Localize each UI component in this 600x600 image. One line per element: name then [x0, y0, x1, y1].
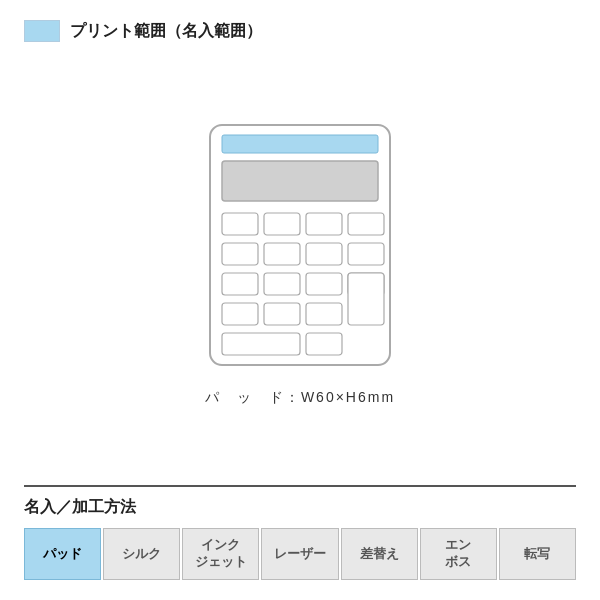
method-tab-transfer[interactable]: 転写: [499, 528, 576, 580]
svg-rect-10: [348, 243, 384, 265]
svg-rect-11: [222, 273, 258, 295]
section-title: 名入／加工方法: [24, 497, 576, 518]
svg-rect-17: [306, 303, 342, 325]
method-tab-emboss[interactable]: エンボス: [420, 528, 497, 580]
svg-rect-12: [264, 273, 300, 295]
method-tab-replace[interactable]: 差替え: [341, 528, 418, 580]
svg-rect-6: [348, 213, 384, 235]
diagram-area: パ ッ ド：W60×H6mm: [24, 52, 576, 469]
svg-rect-3: [222, 213, 258, 235]
svg-rect-15: [222, 303, 258, 325]
method-tab-silk[interactable]: シルク: [103, 528, 180, 580]
legend-color-box: [24, 20, 60, 42]
pad-label: パ ッ ド：W60×H6mm: [205, 389, 395, 407]
svg-rect-20: [306, 333, 342, 355]
method-tab-inkjet[interactable]: インクジェット: [182, 528, 259, 580]
svg-rect-1: [222, 135, 378, 153]
svg-rect-7: [222, 243, 258, 265]
legend-label: プリント範囲（名入範囲）: [70, 21, 262, 42]
svg-rect-4: [264, 213, 300, 235]
svg-rect-19: [222, 333, 300, 355]
svg-rect-18: [348, 273, 384, 325]
svg-rect-9: [306, 243, 342, 265]
method-tab-laser[interactable]: レーザー: [261, 528, 338, 580]
svg-rect-2: [222, 161, 378, 201]
svg-rect-13: [306, 273, 342, 295]
svg-rect-16: [264, 303, 300, 325]
method-tabs: パッドシルクインクジェットレーザー差替えエンボス転写: [24, 528, 576, 580]
svg-rect-5: [306, 213, 342, 235]
svg-rect-8: [264, 243, 300, 265]
section-divider: [24, 485, 576, 487]
calculator-diagram: [200, 115, 400, 379]
legend-row: プリント範囲（名入範囲）: [24, 20, 576, 42]
method-tab-pad[interactable]: パッド: [24, 528, 101, 580]
